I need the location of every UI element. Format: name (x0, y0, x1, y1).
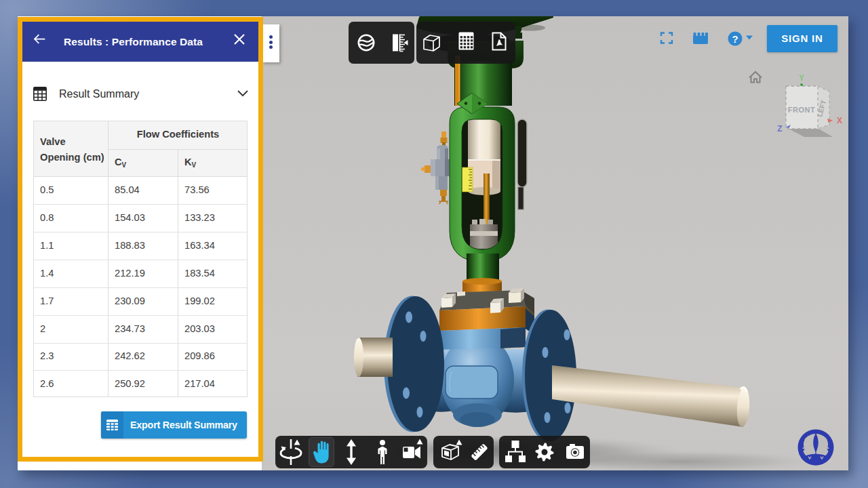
svg-text:X: X (837, 116, 842, 125)
svg-text:Y: Y (799, 73, 804, 83)
svg-text:FRONT: FRONT (788, 106, 815, 114)
svg-text:Z: Z (777, 124, 782, 134)
svg-text:?: ? (732, 33, 738, 45)
